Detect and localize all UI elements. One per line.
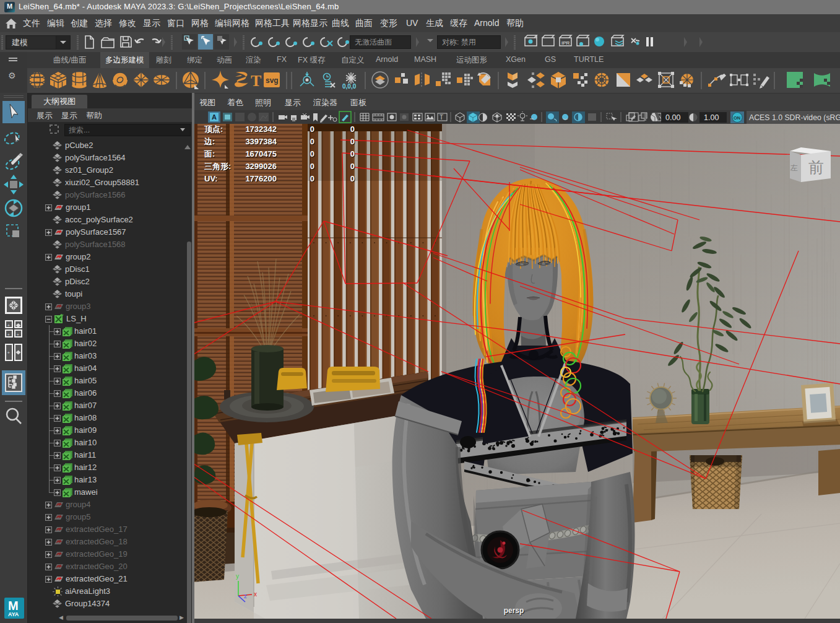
svg-text:AYA: AYA [8, 611, 19, 617]
svg-text:+: + [7, 323, 11, 328]
svg-text:+: + [7, 350, 11, 355]
svg-text:+: + [7, 332, 11, 338]
svg-text:顶点:: 顶点: [204, 124, 223, 134]
svg-text:3299026: 3299026 [245, 162, 277, 171]
svg-text:边:: 边: [204, 137, 215, 146]
svg-text:0,0,0: 0,0,0 [342, 83, 357, 90]
svg-text:UV:: UV: [204, 174, 218, 183]
svg-text:IPR: IPR [561, 40, 570, 46]
svg-text:0: 0 [350, 149, 355, 159]
svg-text:0: 0 [350, 137, 355, 146]
svg-text:0: 0 [310, 162, 314, 171]
svg-text:1776200: 1776200 [245, 174, 277, 183]
svg-text:面:: 面: [204, 149, 215, 159]
svg-text:persp: persp [504, 606, 524, 615]
svg-text:ON: ON [734, 115, 740, 121]
svg-text:svg: svg [266, 76, 279, 85]
svg-text:1.00: 1.00 [704, 113, 719, 122]
svg-text:A: A [212, 113, 217, 121]
svg-text:z: z [244, 593, 247, 599]
svg-text:T: T [439, 114, 443, 121]
svg-text:ACES 1.0 SDR-video (sRGB): ACES 1.0 SDR-video (sRGB) [749, 113, 840, 122]
svg-text:左: 左 [790, 163, 798, 172]
svg-text:0: 0 [350, 162, 355, 171]
svg-text:0: 0 [310, 149, 314, 159]
svg-text:M: M [8, 599, 19, 612]
svg-text:0: 0 [310, 137, 314, 146]
svg-text:前: 前 [808, 159, 824, 176]
svg-text:1670475: 1670475 [245, 149, 277, 159]
svg-text:三角形:: 三角形: [204, 162, 231, 171]
svg-text:0: 0 [350, 124, 355, 134]
svg-text:0: 0 [350, 174, 355, 183]
svg-text:+: + [17, 332, 20, 338]
svg-text:1732342: 1732342 [245, 124, 277, 134]
svg-text:0.00: 0.00 [665, 113, 680, 122]
svg-text:3397384: 3397384 [245, 137, 277, 146]
svg-text:0: 0 [310, 124, 314, 134]
svg-text:x: x [254, 591, 257, 598]
svg-text:0: 0 [310, 174, 314, 183]
svg-text:T: T [251, 72, 261, 90]
svg-text:y: y [236, 573, 239, 580]
